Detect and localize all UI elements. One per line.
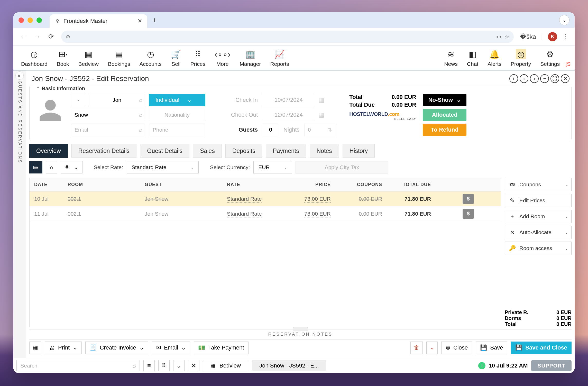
status-noshow-button[interactable]: No-Show ⌄	[423, 94, 466, 106]
tab-payments[interactable]: Payments	[266, 144, 306, 158]
tab-history[interactable]: History	[343, 144, 375, 158]
panel-next-button[interactable]: ›	[530, 74, 539, 83]
panel-info-button[interactable]: i	[509, 74, 518, 83]
calendar-icon[interactable]: ▦	[318, 111, 324, 118]
site-settings-icon[interactable]: ⚙	[66, 34, 70, 40]
sidebar-expand-icon[interactable]: »	[15, 71, 24, 80]
toolbar-book[interactable]: ⊞ ▾ Book	[52, 48, 74, 70]
close-tab-button[interactable]: ✕	[188, 360, 199, 371]
toolbar-alerts[interactable]: 🔔 Alerts	[483, 48, 506, 70]
address-bar[interactable]: ⚙ ⊶ ☆	[61, 31, 514, 43]
toolbar-prices[interactable]: ⠿ Prices	[186, 48, 210, 70]
grid-view-button[interactable]: ⠿	[158, 360, 170, 371]
sidebar-guests-reservations[interactable]: » GUESTS AND RESERVATIONS	[13, 70, 26, 358]
toolbar-property[interactable]: ◎ Property	[506, 48, 536, 70]
extensions-icon[interactable]: �ška	[520, 33, 536, 40]
add-room-button[interactable]: + Add Room ⌄	[505, 210, 572, 223]
view-bed-button[interactable]: 🛏	[29, 161, 42, 173]
toolbar-settings[interactable]: ⚙ Settings	[536, 48, 564, 70]
edit-prices-button[interactable]: ✎ Edit Prices	[505, 194, 572, 207]
maximize-window-button[interactable]	[36, 17, 42, 23]
toolbar-manager[interactable]: 🏢 Manager	[235, 48, 265, 70]
stepper-icon[interactable]: ⇅	[328, 127, 332, 133]
auto-allocate-button[interactable]: ⤭ Auto-Allocate ⌄	[505, 226, 572, 239]
calendar-icon[interactable]: ▦	[318, 96, 324, 104]
bookmark-star-icon[interactable]: ☆	[504, 34, 509, 40]
reservation-notes-header[interactable]: RESERVATION NOTES	[29, 329, 572, 339]
first-name-input[interactable]: Jon ⌕	[89, 94, 145, 106]
panel-prev-button[interactable]: ‹	[520, 74, 528, 83]
search-icon[interactable]: ⌕	[132, 362, 136, 369]
close-button[interactable]: ⊗ Close	[441, 342, 472, 354]
last-name-input[interactable]: Snow ⌕	[71, 109, 145, 121]
tab-guest-details[interactable]: Guest Details	[140, 144, 189, 158]
take-payment-button[interactable]: 💵 Take Payment	[194, 342, 248, 354]
toolbar-bookings[interactable]: ▤ Bookings	[103, 48, 135, 70]
search-icon[interactable]: ⌕	[139, 112, 142, 118]
minimize-window-button[interactable]	[27, 17, 33, 23]
list-view-button[interactable]: ≡	[143, 360, 155, 371]
phone-input[interactable]: Phone	[149, 124, 205, 136]
room-access-button[interactable]: 🔑 Room access ⌄	[505, 242, 572, 255]
row-price-button[interactable]: $	[463, 194, 474, 204]
currency-select[interactable]: EUR ⌄	[253, 161, 292, 173]
toolbar-more[interactable]: ‹∘∘› More	[210, 48, 235, 70]
email-button[interactable]: ✉ Email ⌄	[152, 342, 190, 354]
table-row[interactable]: 11 Jul 002.1 Jon Snow Standard Rate 78.0…	[30, 206, 501, 221]
nav-reload-button[interactable]: ⟳	[47, 33, 55, 41]
panel-close-button[interactable]: ✕	[561, 74, 569, 83]
toolbar-chat[interactable]: ◧ Chat	[462, 48, 483, 70]
panel-minimize-button[interactable]: −	[540, 74, 549, 83]
panel-maximize-button[interactable]: ⛶	[550, 74, 559, 83]
checkout-date-input[interactable]: 12/07/2024 ▦	[263, 109, 314, 121]
apply-city-tax-button[interactable]: Apply CIty Tax	[296, 161, 388, 173]
toolbar-reports[interactable]: 📈 Reports	[265, 48, 294, 70]
tab-overview[interactable]: Overview	[29, 144, 68, 158]
tab-sales[interactable]: Sales	[193, 144, 222, 158]
save-and-close-button[interactable]: 💾 Save and Close	[511, 342, 572, 354]
table-row[interactable]: 10 Jul 002.1 Jon Snow Standard Rate 78.0…	[30, 191, 501, 206]
alert-badge[interactable]: [S	[564, 61, 572, 70]
guest-type-select[interactable]: Individual ⌄	[149, 94, 205, 106]
new-tab-button[interactable]: +	[152, 16, 157, 24]
visibility-toggle[interactable]: 👁⌄	[61, 161, 82, 173]
tab-notes[interactable]: Notes	[310, 144, 339, 158]
password-key-icon[interactable]: ⊶	[496, 34, 501, 40]
toolbar-bedview[interactable]: ▦ Bedview	[74, 48, 103, 70]
email-input[interactable]: Email ⌕	[71, 124, 145, 136]
view-house-button[interactable]: ⌂	[46, 161, 57, 173]
status-refund-button[interactable]: To Refund	[423, 124, 466, 136]
statusbar-tab-reservation[interactable]: Jon Snow - JS592 - E...	[252, 360, 326, 371]
statusbar-tab-bedview[interactable]: ▦ Bedview	[203, 360, 248, 371]
tab-deposits[interactable]: Deposits	[225, 144, 262, 158]
status-allocated-button[interactable]: Allocated	[423, 109, 466, 121]
global-search-input[interactable]: Search ⌕	[16, 360, 140, 371]
dropdown-button[interactable]: ⌄	[173, 360, 185, 371]
toolbar-accounts[interactable]: ◷ Accounts	[135, 48, 166, 70]
search-icon[interactable]: ⌕	[139, 97, 142, 103]
browser-tab[interactable]: ⚲ Frontdesk Master ✕	[50, 14, 147, 28]
tab-reservation-details[interactable]: Reservation Details	[71, 144, 136, 158]
profile-avatar[interactable]: K	[548, 32, 557, 41]
browser-menu-icon[interactable]: ⋮	[562, 33, 568, 40]
coupons-button[interactable]: 🎟 Coupons ⌄	[505, 178, 572, 191]
save-button[interactable]: 💾 Save	[476, 342, 507, 354]
tabs-dropdown-button[interactable]: ⌄	[559, 15, 569, 25]
grid-view-button[interactable]: ▦	[29, 342, 41, 354]
delete-button[interactable]: 🗑	[410, 342, 423, 354]
nav-forward-button[interactable]: →	[33, 33, 41, 41]
create-invoice-button[interactable]: 🧾 Create Invoice ⌄	[85, 342, 148, 354]
chevron-up-icon[interactable]: ⌃	[36, 86, 40, 91]
search-icon[interactable]: ⌕	[139, 126, 142, 133]
nationality-input[interactable]: Nationality	[149, 109, 205, 121]
drag-handle-icon[interactable]	[293, 327, 308, 331]
guests-input[interactable]: 0	[263, 124, 278, 136]
rate-select[interactable]: Standard Rate ⌄	[127, 161, 199, 173]
support-button[interactable]: SUPPORT	[531, 360, 572, 371]
close-window-button[interactable]	[19, 17, 24, 23]
nav-back-button[interactable]: ←	[20, 33, 27, 41]
toolbar-news[interactable]: ≋ News	[439, 48, 462, 70]
row-price-button[interactable]: $	[463, 209, 474, 219]
nights-input[interactable]: 0 ⇅	[305, 124, 335, 136]
prefix-input[interactable]: -	[71, 94, 86, 106]
